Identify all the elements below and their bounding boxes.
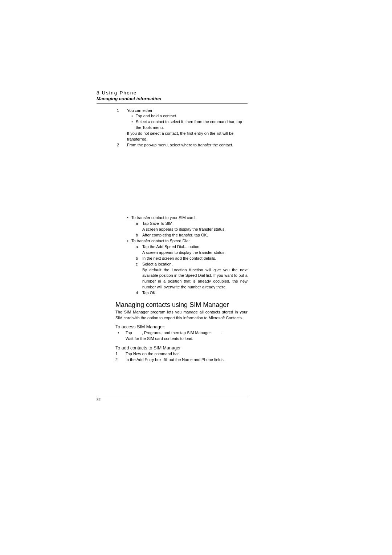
- letter-marker: b: [136, 232, 142, 238]
- bullet-body: Tap , Programs, and then tap SIM Manager…: [126, 330, 248, 342]
- text-fragment: Tap: [126, 331, 133, 335]
- letter-marker: a: [136, 221, 142, 232]
- section-heading: Managing contacts using SIM Manager: [115, 301, 248, 309]
- document-page: 8 Using Phone Managing contact informati…: [0, 0, 392, 555]
- subsection-heading: To add contacts to SIM Manager: [115, 345, 248, 351]
- lettered-text: Tap the Add Speed Dial... option.: [142, 244, 200, 249]
- list-item: 1 You can either: • Tap and hold a conta…: [117, 108, 248, 143]
- bullet-dot-icon: •: [115, 330, 126, 342]
- lettered-item: b After completing the transfer, tap OK.: [136, 232, 248, 238]
- page-number: 82: [97, 398, 248, 402]
- section-intro: The SIM Manager program lets you manage …: [115, 309, 248, 321]
- bullet-lead: To transfer contact to your SIM card:: [131, 215, 196, 220]
- bullet-item: • Tap and hold a contact.: [131, 113, 248, 119]
- list-number: 1: [117, 108, 127, 143]
- page-content: 8 Using Phone Managing contact informati…: [97, 90, 248, 363]
- letter-marker: d: [136, 290, 142, 296]
- lettered-text: After completing the transfer, tap OK.: [142, 232, 248, 238]
- bullet-text: To transfer contact to your SIM card: a …: [131, 215, 248, 238]
- letter-marker: b: [136, 256, 142, 262]
- bullet-dot-icon: •: [131, 119, 136, 131]
- lettered-body: Tap Save To SIM. A screen appears to dis…: [142, 221, 248, 232]
- numbered-list: 1 You can either: • Tap and hold a conta…: [117, 108, 248, 149]
- footer-divider: [97, 396, 248, 396]
- lettered-item: a Tap the Add Speed Dial... option. A sc…: [136, 244, 248, 256]
- list-item: 1 Tap New on the command bar.: [115, 351, 248, 357]
- section-heading-wrap: Managing contacts using SIM Manager: [115, 301, 248, 309]
- list-text: Tap New on the command bar.: [126, 351, 248, 357]
- bullet-text: To transfer contact to Speed Dial: a Tap…: [131, 238, 248, 296]
- text-fragment: , Programs, and then tap SIM Manager: [142, 331, 212, 335]
- lettered-item: d Tap OK.: [136, 290, 248, 296]
- bullet-text: Select a contact to select it, then from…: [136, 119, 248, 131]
- chapter-heading: 8 Using Phone: [97, 90, 248, 96]
- letter-marker: a: [136, 244, 142, 256]
- list-text: In the Add Entry box, fill out the Name …: [126, 357, 248, 363]
- nested-bullet-list: • Tap and hold a contact. • Select a con…: [131, 113, 248, 131]
- list-number: 1: [115, 351, 126, 357]
- bullet-item: • To transfer contact to Speed Dial: a T…: [127, 238, 248, 296]
- lettered-item: b In the next screen add the contact det…: [136, 256, 248, 262]
- bullet-dot-icon: •: [131, 113, 136, 119]
- bullet-text: Tap and hold a contact.: [136, 113, 248, 119]
- list-item: 2 In the Add Entry box, fill out the Nam…: [115, 357, 248, 363]
- section-subtitle: Managing contact information: [97, 96, 248, 101]
- lettered-list: a Tap Save To SIM. A screen appears to d…: [136, 221, 248, 238]
- lettered-text: Tap OK.: [142, 290, 248, 296]
- embedded-screenshot-placeholder: [97, 148, 248, 215]
- transfer-options: • To transfer contact to your SIM card: …: [127, 215, 248, 296]
- lettered-list: a Tap the Add Speed Dial... option. A sc…: [136, 244, 248, 296]
- text-fragment: .: [221, 331, 222, 335]
- bullet-line2: Wait for the SIM card contents to load.: [126, 336, 248, 342]
- bullet-item: • Tap , Programs, and then tap SIM Manag…: [115, 330, 248, 342]
- lettered-text: In the next screen add the contact detai…: [142, 256, 248, 262]
- page-footer: 82: [97, 396, 248, 402]
- letter-marker: c: [136, 262, 142, 291]
- lettered-item: a Tap Save To SIM. A screen appears to d…: [136, 221, 248, 232]
- lettered-text: Tap Save To SIM.: [142, 221, 173, 226]
- lettered-item: c Select a location. By default the Loca…: [136, 262, 248, 291]
- sub-text: A screen appears to display the transfer…: [142, 250, 248, 256]
- sub-text: A screen appears to display the transfer…: [142, 227, 248, 232]
- list-item: 2 From the pop-up menu, select where to …: [117, 142, 248, 148]
- bullet-item: • To transfer contact to your SIM card: …: [127, 215, 248, 238]
- bullet-dot-icon: •: [127, 215, 131, 238]
- list-text: From the pop-up menu, select where to tr…: [127, 142, 248, 148]
- divider: [97, 104, 248, 104]
- numbered-list: 1 Tap New on the command bar. 2 In the A…: [115, 351, 248, 363]
- bullet-lead: To transfer contact to Speed Dial:: [131, 239, 191, 243]
- lettered-body: Select a location. By default the Locati…: [142, 262, 248, 291]
- list-text: You can either:: [127, 108, 154, 113]
- lettered-text: Select a location.: [142, 262, 173, 266]
- lettered-body: Tap the Add Speed Dial... option. A scre…: [142, 244, 248, 256]
- list-note: If you do not select a contact, the firs…: [127, 131, 248, 142]
- bullet-item: • Select a contact to select it, then fr…: [131, 119, 248, 131]
- subsection-heading: To access SIM Manager:: [115, 324, 248, 329]
- list-body: You can either: • Tap and hold a contact…: [127, 108, 248, 143]
- list-number: 2: [115, 357, 126, 363]
- bullet-dot-icon: •: [127, 238, 131, 296]
- list-number: 2: [117, 142, 127, 148]
- sub-text: By default the Location function will gi…: [142, 267, 248, 291]
- outer-bullet-list: • Tap , Programs, and then tap SIM Manag…: [115, 330, 248, 342]
